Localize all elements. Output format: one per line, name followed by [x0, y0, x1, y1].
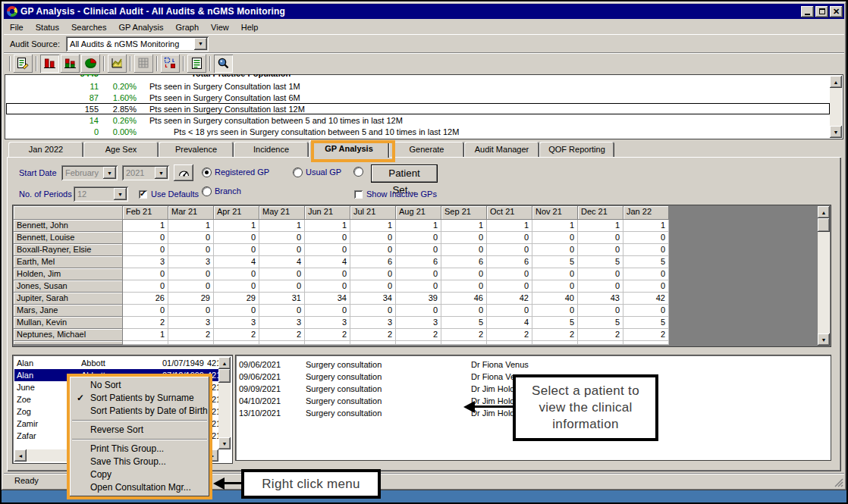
menu-item-reverse-sort[interactable]: Reverse Sort: [71, 424, 209, 437]
gp-name-cell[interactable]: Earth, Mel: [14, 256, 123, 268]
menu-item-print-this-group[interactable]: Print This Group...: [71, 443, 209, 455]
gp-table-row[interactable]: Boxall-Rayner, Elsie000000000000: [14, 244, 818, 256]
summary-row[interactable]: 00.00%Pts < 18 yrs seen in Surgery consu…: [6, 126, 830, 137]
month-column-header[interactable]: Feb 21: [123, 206, 168, 220]
patient-row[interactable]: AlanAbbott01/07/1949421: [14, 357, 218, 369]
start-month-combo[interactable]: February ▼: [61, 165, 118, 180]
chart-transfer-button[interactable]: [161, 55, 180, 73]
notes-edit-button[interactable]: [14, 55, 33, 73]
scroll-left-icon[interactable]: ◄: [14, 449, 27, 462]
gp-table-row[interactable]: Jones, Susan000000000000: [14, 280, 818, 293]
gp-table-row[interactable]: Bennett, Louise000000000000: [14, 232, 818, 244]
gp-name-cell[interactable]: Holden, Jim: [14, 268, 123, 280]
gp-table-row[interactable]: Earth, Mel334446666555: [14, 256, 818, 268]
month-column-header[interactable]: Dec 21: [578, 206, 623, 220]
scroll-up-icon[interactable]: ▲: [218, 357, 231, 369]
month-column-header[interactable]: Jul 21: [350, 206, 396, 220]
scroll-up-icon[interactable]: ▲: [818, 206, 830, 218]
menu-view[interactable]: View: [205, 21, 235, 33]
scrollbar-thumb[interactable]: [218, 369, 231, 383]
resize-grip[interactable]: [833, 477, 843, 487]
patient-list-vscrollbar[interactable]: ▲ ▼: [218, 357, 231, 449]
run-analysis-button[interactable]: [174, 164, 193, 181]
menu-item-copy[interactable]: Copy: [71, 468, 209, 481]
gp-name-cell[interactable]: Jupiter, Sarah: [14, 293, 123, 305]
tab-qof-reporting[interactable]: QOF Reporting: [539, 142, 614, 158]
menu-item-sort-patients-by-surname[interactable]: ✓Sort Patients by Surname: [71, 392, 209, 405]
summary-row[interactable]: 140.26%Pts seen in Surgery consultation …: [6, 114, 830, 126]
gp-table-row[interactable]: Mars, Jane000000000000: [14, 305, 818, 317]
summary-row[interactable]: 871.60%Pts seen in Surgery Consultation …: [6, 92, 830, 103]
dropdown-arrow-icon[interactable]: ▼: [194, 38, 207, 50]
menu-item-sort-patients-by-date-of-birth[interactable]: Sort Patients by Date of Birth: [71, 405, 209, 418]
maximize-button[interactable]: [815, 6, 828, 17]
menu-file[interactable]: File: [4, 21, 30, 33]
tab-generate[interactable]: Generate: [389, 142, 464, 158]
chart-3d-button[interactable]: [108, 55, 127, 73]
search-button[interactable]: [214, 55, 233, 73]
scroll-down-icon[interactable]: ▼: [218, 437, 231, 449]
month-column-header[interactable]: Mar 21: [168, 206, 214, 220]
menu-item-save-this-group[interactable]: Save This Group...: [71, 455, 209, 468]
scroll-down-icon[interactable]: ▼: [818, 333, 830, 346]
scroll-up-icon[interactable]: ▲: [830, 76, 842, 88]
month-column-header[interactable]: Jun 21: [305, 206, 350, 220]
menu-status[interactable]: Status: [30, 21, 65, 33]
gp-table-row[interactable]: Neptunes, Michael122222222222: [14, 329, 818, 341]
menu-graph[interactable]: Graph: [170, 21, 206, 33]
month-column-header[interactable]: Apr 21: [214, 206, 259, 220]
registered-gp-radio[interactable]: Registered GP: [203, 167, 269, 177]
audit-source-combo[interactable]: All Audits & nGMS Monitoring ▼: [66, 36, 209, 52]
start-year-combo[interactable]: 2021 ▼: [122, 165, 169, 180]
stacked-bar-chart-button[interactable]: [61, 55, 80, 73]
menu-item-open-consultation-mgr[interactable]: Open Consultation Mgr...: [71, 481, 209, 494]
gp-name-cell[interactable]: Bennett, John: [14, 220, 123, 232]
summary-row[interactable]: 1552.85%Pts seen in Surgery Consultation…: [6, 103, 830, 114]
usual-gp-radio[interactable]: Usual GP: [294, 167, 341, 177]
value-cell: 0: [578, 280, 623, 293]
summary-row[interactable]: 110.20%Pts seen in Surgery Consultation …: [6, 80, 830, 92]
summary-scrollbar[interactable]: ▲ ▼: [830, 76, 842, 138]
gp-name-cell[interactable]: Jones, Susan: [14, 280, 123, 293]
report-button[interactable]: [187, 55, 206, 73]
minimize-button[interactable]: [801, 6, 814, 17]
tab-jan-2022[interactable]: Jan 2022: [8, 142, 83, 158]
patient-set-button[interactable]: Patient Set...: [371, 164, 438, 183]
gp-table-row[interactable]: Mullan, Kevin233333354555: [14, 317, 818, 329]
consultation-row[interactable]: 09/06/2021Surgery consultationDr Fiona V…: [239, 358, 828, 371]
gp-table-row[interactable]: Jupiter, Sarah262929313434394642404342: [14, 293, 818, 305]
menu-searches[interactable]: Searches: [65, 21, 112, 33]
branch-radio[interactable]: Branch: [203, 186, 241, 196]
tab-audit-manager[interactable]: Audit Manager: [464, 142, 539, 158]
periods-combo[interactable]: 12 ▼: [74, 186, 128, 202]
scrollbar-thumb[interactable]: [818, 218, 830, 232]
gp-name-cell[interactable]: Bennett, Louise: [14, 232, 123, 244]
bar-chart-button[interactable]: [40, 55, 59, 73]
month-column-header[interactable]: Nov 21: [532, 206, 578, 220]
gp-name-cell[interactable]: Neptunes, Michael: [14, 329, 123, 341]
month-column-header[interactable]: Jan 22: [623, 206, 669, 220]
month-column-header[interactable]: Aug 21: [396, 206, 441, 220]
pie-chart-button[interactable]: [81, 55, 100, 73]
gp-name-cell[interactable]: Boxall-Rayner, Elsie: [14, 244, 123, 256]
tab-prevalence[interactable]: Prevalence: [159, 142, 234, 158]
menu-help[interactable]: Help: [235, 21, 265, 33]
month-column-header[interactable]: May 21: [259, 206, 305, 220]
tab-age-sex[interactable]: Age Sex: [83, 142, 159, 158]
gp-table-row[interactable]: Bennett, John111111111111: [14, 220, 818, 232]
use-defaults-checkbox[interactable]: Use Defaults: [139, 189, 199, 199]
summary-row-partial[interactable]: 5443Total Practice Population: [6, 74, 830, 80]
month-column-header[interactable]: Sep 21: [441, 206, 487, 220]
gp-table-row[interactable]: Holden, Jim000000000000: [14, 268, 818, 280]
close-button[interactable]: ✕: [830, 6, 843, 17]
gp-table-scrollbar[interactable]: ▲ ▼: [818, 206, 830, 346]
tab-incidence[interactable]: Incidence: [234, 142, 309, 158]
month-column-header[interactable]: Oct 21: [487, 206, 532, 220]
menu-item-no-sort[interactable]: No Sort: [71, 379, 209, 392]
patient-set-radio[interactable]: [354, 167, 363, 176]
scroll-down-icon[interactable]: ▼: [830, 126, 842, 138]
gp-name-cell[interactable]: Mars, Jane: [14, 305, 123, 317]
show-inactive-gps-checkbox[interactable]: Show Inactive GPs: [354, 189, 437, 199]
menu-gp-analysis[interactable]: GP Analysis: [112, 21, 169, 33]
gp-name-cell[interactable]: Mullan, Kevin: [14, 317, 123, 329]
